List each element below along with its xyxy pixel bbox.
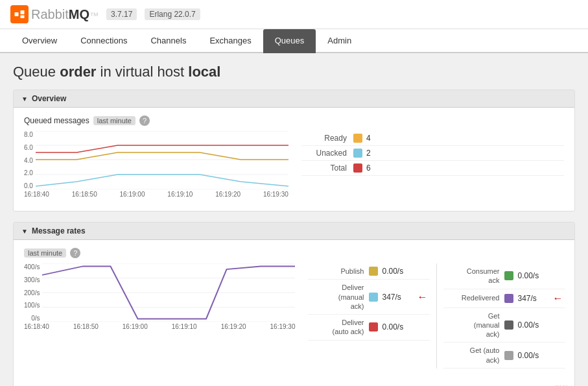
total-color-box <box>353 163 362 173</box>
nav-channels[interactable]: Channels <box>139 29 198 53</box>
deliver-auto-value: 0.00/s <box>382 322 414 332</box>
queued-messages-chart: 8.06.04.02.00.0 <box>24 131 288 198</box>
header: RabbitMQ™ 3.7.17 Erlang 22.0.7 <box>0 0 588 29</box>
queued-messages-label: Queued messages last minute ? <box>24 115 564 126</box>
redelivered-value: 347/s <box>517 294 550 303</box>
nav-exchanges[interactable]: Exchanges <box>198 29 263 53</box>
rate-redelivered: Redelivered 347/s ← <box>443 289 565 308</box>
rates-stats-columns: Publish 0.00/s Deliver(manualack) 347/s … <box>308 263 565 368</box>
publish-color <box>369 267 378 276</box>
ready-value: 4 <box>366 134 371 143</box>
unacked-color-box <box>353 149 362 158</box>
ready-label: Ready <box>301 134 353 143</box>
publish-label: Publish <box>311 267 369 276</box>
publish-value: 0.00/s <box>382 267 414 276</box>
get-manual-label: Get(manualack) <box>446 311 504 339</box>
overview-section-header[interactable]: ▼ Overview <box>14 90 574 108</box>
page-content: Queue order in virtual host local ▼ Over… <box>0 53 588 386</box>
stat-unacked: Unacked 2 <box>301 146 564 161</box>
rate-get-manual: Get(manualack) 0.00/s <box>443 308 565 343</box>
rate-publish: Publish 0.00/s <box>308 263 430 280</box>
svg-rect-2 <box>21 16 25 19</box>
logo-text: RabbitMQ™ <box>31 7 99 22</box>
nav-admin[interactable]: Admin <box>316 29 363 53</box>
nav-overview[interactable]: Overview <box>10 29 69 53</box>
rates-section: ▼ Message rates last minute ? 400/s300/s… <box>13 222 575 386</box>
get-manual-color <box>504 320 513 330</box>
unacked-label: Unacked <box>301 149 353 158</box>
rate-deliver-auto: Deliver(auto ack) 0.00/s <box>308 315 430 341</box>
logo: RabbitMQ™ <box>10 5 99 23</box>
deliver-auto-color <box>369 322 378 332</box>
ready-color-box <box>353 134 362 143</box>
consumer-ack-value: 0.00/s <box>517 271 550 280</box>
queued-messages-stats: Ready 4 Unacked 2 Total 6 <box>301 131 564 176</box>
deliver-manual-label: Deliver(manualack) <box>311 283 369 311</box>
rates-section-body: last minute ? 400/s300/s200/s100/s0/s <box>14 240 574 381</box>
message-rates-svg <box>42 263 295 322</box>
total-value: 6 <box>366 163 371 173</box>
svg-rect-1 <box>21 10 25 14</box>
overview-section: ▼ Overview Queued messages last minute ?… <box>13 90 575 211</box>
message-rates-chart: 400/s300/s200/s100/s0/s <box>24 263 295 330</box>
rate-consumer-ack: Consumerack 0.00/s <box>443 263 565 289</box>
message-rates-row: 400/s300/s200/s100/s0/s <box>24 263 564 368</box>
rates-help-icon[interactable]: ? <box>70 248 80 258</box>
stat-total: Total 6 <box>301 161 564 176</box>
nav-connections[interactable]: Connections <box>69 29 139 53</box>
nav: Overview Connections Channels Exchanges … <box>0 29 588 53</box>
y-axis-queued: 8.06.04.02.00.0 <box>24 131 36 189</box>
y-axis-rates: 400/s300/s200/s100/s0/s <box>24 263 42 322</box>
get-auto-value: 0.00/s <box>517 351 550 360</box>
chart-x-labels-queued: 16:18:4016:18:5016:19:0016:19:1016:19:20… <box>24 191 288 198</box>
page-title: Queue order in virtual host local <box>13 64 575 80</box>
message-rates-label: last minute ? <box>24 248 564 258</box>
stat-ready: Ready 4 <box>301 131 564 146</box>
rates-left-col: Publish 0.00/s Deliver(manualack) 347/s … <box>308 263 430 368</box>
deliver-manual-value: 347/s <box>382 293 414 302</box>
erlang-badge: Erlang 22.0.7 <box>145 8 200 20</box>
rates-time-range-badge[interactable]: last minute <box>24 248 66 258</box>
queued-messages-row: 8.06.04.02.00.0 <box>24 131 564 198</box>
rate-get-auto: Get (autoack) 0.00/s <box>443 343 565 368</box>
get-auto-label: Get (autoack) <box>446 346 504 365</box>
chart-x-labels-rates: 16:18:4016:18:5016:19:0016:19:1016:19:20… <box>24 323 295 330</box>
svg-rect-0 <box>15 12 19 16</box>
nav-queues[interactable]: Queues <box>263 29 316 53</box>
deliver-manual-arrow: ← <box>417 291 427 303</box>
overview-section-body: Queued messages last minute ? 8.06.04.02… <box>14 108 574 211</box>
redelivered-arrow: ← <box>552 293 563 304</box>
version-badge: 3.7.17 <box>106 8 137 20</box>
deliver-auto-label: Deliver(auto ack) <box>311 318 369 337</box>
logo-icon <box>10 5 29 23</box>
rates-right-col: Consumerack 0.00/s Redelivered 347/s ← G… <box>443 263 565 368</box>
queued-messages-svg <box>36 131 288 189</box>
rate-deliver-manual: Deliver(manualack) 347/s ← <box>308 280 430 315</box>
deliver-manual-color <box>369 293 378 302</box>
time-range-badge[interactable]: last minute <box>93 116 135 125</box>
get-auto-color <box>504 351 513 360</box>
total-label: Total <box>301 163 353 173</box>
get-manual-value: 0.00/s <box>517 320 550 330</box>
consumer-ack-label: Consumerack <box>446 267 504 285</box>
rates-section-header[interactable]: ▼ Message rates <box>14 223 574 240</box>
redelivered-label: Redelivered <box>446 293 504 302</box>
unacked-value: 2 <box>366 149 371 158</box>
redelivered-color <box>504 294 513 303</box>
consumer-ack-color <box>504 271 513 280</box>
stats-divider <box>436 263 437 368</box>
help-icon[interactable]: ? <box>139 115 150 126</box>
watermark: CSDN @融极 <box>14 381 574 386</box>
